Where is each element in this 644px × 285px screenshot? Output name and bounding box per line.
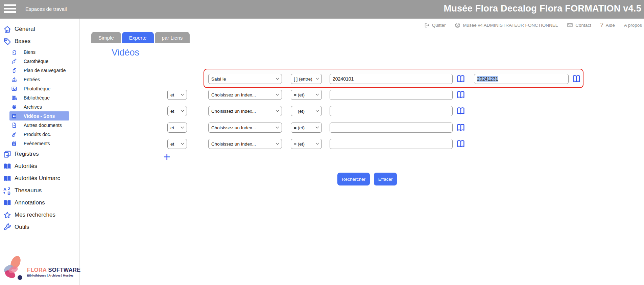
sidebar-item-outils[interactable]: Outils — [2, 221, 77, 233]
boolean-operator-select[interactable]: et — [167, 139, 187, 149]
search-mode-tabs: Simple Experte par Liens — [91, 32, 190, 43]
criteria-row-date: Saisi le [ ] (entre) 20241231 — [0, 74, 644, 84]
sidebar-item-biens[interactable]: Biens — [9, 47, 69, 57]
envelope-icon — [567, 22, 573, 28]
criteria-value-input[interactable] — [330, 106, 453, 116]
sidebar-item-plan-de-sauvegarde[interactable]: Plan de sauvegarde — [9, 66, 69, 75]
sidebar-item-bases[interactable]: Bases — [2, 35, 77, 47]
operator-select-wrap: = (et) — [291, 123, 322, 133]
index-select[interactable]: Choisissez un Index... — [208, 139, 282, 149]
tab-par-liens[interactable]: par Liens — [155, 32, 190, 43]
date-from-input[interactable] — [330, 74, 453, 84]
criteria-row: et Choisissez un Index... = (et) — [0, 139, 644, 149]
svg-text:B: B — [7, 191, 10, 195]
operator-select-wrap: = (et) — [291, 139, 322, 149]
home-icon — [3, 25, 11, 34]
workspace-link[interactable]: Espaces de travail — [25, 0, 67, 18]
sidebar-item-annotations[interactable]: Annotations — [2, 197, 77, 209]
clear-button[interactable]: Effacer — [374, 173, 397, 185]
criteria-value-input[interactable] — [330, 90, 453, 100]
operator-select-wrap: = (et) — [291, 106, 322, 116]
carrot-icon — [11, 58, 17, 64]
tab-experte[interactable]: Experte — [122, 32, 154, 43]
fire-extinguisher-icon — [11, 67, 17, 73]
sidebar-item-mes-recherches[interactable]: Mes recherches — [2, 209, 77, 221]
search-button[interactable]: Rechercher — [337, 173, 370, 185]
boolean-select-wrap: et — [167, 139, 187, 149]
user-account-link[interactable]: Musée v4 ADMINISTRATEUR FONCTIONNEL — [455, 22, 558, 28]
index-select-wrap: Choisissez un Index... — [208, 123, 282, 133]
index-lookup-book-icon[interactable] — [456, 106, 466, 116]
app-title: Musée Flora Decalog Flora FORMATION v4.5 — [444, 0, 641, 17]
index-lookup-book-icon[interactable] — [456, 123, 466, 132]
sidebar-item-thesaurus[interactable]: AB Thesaurus — [2, 184, 77, 197]
user-icon — [455, 22, 460, 28]
flora-software-wordmark: FLORA SOFTWARE — [27, 267, 81, 273]
help-link[interactable]: ? Aide — [600, 22, 615, 28]
index-select[interactable]: Choisissez un Index... — [208, 90, 282, 100]
operator-select[interactable]: = (et) — [291, 123, 322, 133]
star-icon — [3, 211, 11, 219]
sidebar-item-autorites-unimarc[interactable]: Autorités Unimarc — [2, 172, 77, 184]
about-link[interactable]: A propos — [624, 23, 642, 28]
operator-select-wrap: [ ] (entre) — [291, 74, 322, 84]
selected-text: 20241231 — [477, 76, 498, 82]
top-bar: Espaces de travail Musée Flora Decalog F… — [0, 0, 644, 19]
question-mark-icon: ? — [600, 22, 603, 28]
boolean-operator-select[interactable]: et — [167, 106, 187, 116]
boolean-select-wrap: et — [167, 106, 187, 116]
tab-simple[interactable]: Simple — [91, 32, 121, 43]
index-select-wrap: Choisissez un Index... — [208, 106, 282, 116]
criteria-row: et Choisissez un Index... = (et) — [0, 90, 644, 100]
registers-icon — [3, 150, 11, 158]
flora-petals-logo-mark — [3, 255, 24, 282]
index-lookup-book-icon[interactable] — [572, 74, 581, 84]
svg-text:A: A — [3, 187, 6, 192]
translate-icon: AB — [3, 187, 11, 195]
index-lookup-book-icon[interactable] — [456, 139, 466, 149]
index-select[interactable]: Choisissez un Index... — [208, 106, 282, 116]
index-lookup-book-icon[interactable] — [456, 90, 466, 100]
operator-select-wrap: = (et) — [291, 90, 322, 100]
contact-link[interactable]: Contact — [567, 22, 591, 28]
operator-select[interactable]: = (et) — [291, 139, 322, 149]
index-select-wrap: Saisi le — [208, 74, 282, 84]
index-select[interactable]: Saisi le — [208, 74, 282, 84]
quit-link[interactable]: Quitter — [424, 22, 446, 28]
page-title: Vidéos — [112, 47, 139, 58]
boolean-operator-select[interactable]: et — [167, 90, 187, 100]
tag-icon — [3, 37, 11, 46]
index-lookup-book-icon[interactable] — [456, 74, 466, 84]
flora-software-logo: FLORA SOFTWARE Bibliothèques | Archives … — [0, 254, 79, 285]
wrench-icon — [3, 223, 11, 232]
sidebar-item-registres[interactable]: Registres — [2, 148, 77, 160]
header-links-bar: Quitter Musée v4 ADMINISTRATEUR FONCTION… — [424, 19, 642, 31]
sidebar-navigation: Général Bases Biens Carothèque Plan de s… — [0, 19, 79, 285]
open-book-icon — [3, 162, 11, 171]
criteria-value-input[interactable] — [330, 139, 453, 149]
criteria-row: et Choisissez un Index... = (et) — [0, 106, 644, 116]
index-select-wrap: Choisissez un Index... — [208, 90, 282, 100]
index-select-wrap: Choisissez un Index... — [208, 139, 282, 149]
logo-tagline: Bibliothèques | Archives | Musées — [27, 274, 73, 277]
logout-icon — [424, 22, 430, 28]
operator-select[interactable]: [ ] (entre) — [291, 74, 322, 84]
sidebar-item-general[interactable]: Général — [2, 23, 77, 35]
add-criteria-row-button[interactable]: + — [163, 151, 170, 163]
sidebar-item-carotheque[interactable]: Carothèque — [9, 57, 69, 66]
chess-knight-icon — [11, 49, 17, 55]
criteria-value-input[interactable] — [330, 123, 453, 133]
date-to-input[interactable]: 20241231 — [474, 74, 569, 84]
boolean-operator-select[interactable]: et — [167, 123, 187, 133]
operator-select[interactable]: = (et) — [291, 90, 322, 100]
index-select[interactable]: Choisissez un Index... — [208, 123, 282, 133]
criteria-row: et Choisissez un Index... = (et) — [0, 123, 644, 133]
open-book-icon — [3, 199, 11, 207]
operator-select[interactable]: = (et) — [291, 106, 322, 116]
form-action-buttons: Rechercher Effacer — [337, 173, 397, 185]
boolean-select-wrap: et — [167, 123, 187, 133]
sidebar-item-autorites[interactable]: Autorités — [2, 160, 77, 172]
hamburger-menu-icon[interactable] — [4, 4, 16, 13]
boolean-select-wrap: et — [167, 90, 187, 100]
open-book-icon — [3, 174, 11, 183]
